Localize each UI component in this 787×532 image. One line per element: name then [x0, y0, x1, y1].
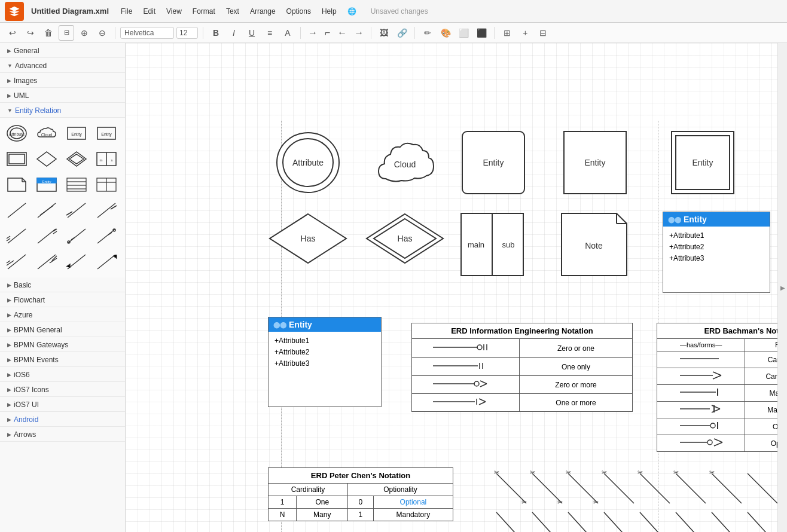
add-button[interactable]: +: [517, 25, 533, 41]
underline-button[interactable]: U: [244, 25, 260, 41]
shape-split-entity[interactable]: m s: [93, 147, 120, 171]
shape-diag-4[interactable]: [93, 224, 120, 248]
note-shape[interactable]: Note: [560, 212, 629, 277]
menu-text[interactable]: Text: [221, 6, 244, 17]
sidebar-item-images[interactable]: Images: [0, 73, 125, 88]
font-size-input[interactable]: [176, 27, 198, 39]
sidebar-item-advanced[interactable]: Advanced: [0, 58, 125, 73]
sidebar-item-ios7-ui[interactable]: iOS7 UI: [0, 397, 125, 412]
arrow-right[interactable]: →: [306, 26, 320, 39]
pen-button[interactable]: ✏: [420, 25, 435, 41]
image-button[interactable]: 🖼: [376, 25, 392, 41]
menu-arrange[interactable]: Arrange: [245, 6, 280, 17]
panel-toggle[interactable]: ⊟: [535, 25, 551, 41]
shape-more-4[interactable]: [93, 250, 120, 274]
sidebar-item-flowchart[interactable]: Flowchart: [0, 292, 125, 307]
shape-entity-plain[interactable]: Entity: [63, 121, 90, 145]
sidebar-item-basic[interactable]: Basic: [0, 277, 125, 292]
svg-line-126: [640, 512, 670, 532]
shadow-button[interactable]: ⬛: [474, 25, 489, 41]
shape-entity-alt[interactable]: Entity: [93, 121, 120, 145]
arrow-right2[interactable]: →: [352, 26, 366, 39]
menu-file[interactable]: File: [116, 6, 137, 17]
separator4: [371, 27, 371, 39]
split-entity[interactable]: main sub: [459, 212, 525, 277]
entity-plain[interactable]: Entity: [562, 130, 628, 195]
italic-button[interactable]: I: [226, 25, 242, 41]
bachman-r5-label: Mandatory, Many: [745, 402, 777, 418]
link-button[interactable]: 🔗: [394, 25, 410, 41]
sidebar-item-android[interactable]: Android: [0, 412, 125, 427]
sidebar-item-bpmn-general[interactable]: BPMN General: [0, 322, 125, 337]
menu-view[interactable]: View: [161, 6, 187, 17]
shape-diamond[interactable]: [33, 147, 60, 171]
bachman-r1-label: Relationship: [745, 339, 777, 351]
menu-options[interactable]: Options: [282, 6, 316, 17]
right-panel-toggle[interactable]: ▶: [777, 43, 787, 532]
rect-outline-button[interactable]: ⬜: [456, 25, 471, 41]
redo-button[interactable]: ↪: [23, 25, 38, 41]
menu-edit[interactable]: Edit: [138, 6, 160, 17]
shape-diag-3[interactable]: [63, 224, 90, 248]
separator2: [203, 27, 203, 39]
shape-lines-3[interactable]: [63, 198, 90, 222]
shape-table-sm[interactable]: [93, 173, 120, 197]
chen-cardinality-header: Cardinality: [269, 484, 348, 496]
shape-more-1[interactable]: [4, 250, 30, 274]
font-name-input[interactable]: [120, 27, 174, 39]
shape-list[interactable]: [63, 173, 90, 197]
shape-lines-1[interactable]: [4, 198, 30, 222]
arrow-corner[interactable]: ⌐: [322, 26, 333, 39]
canvas-area[interactable]: Attribute Cloud Entity: [126, 43, 777, 532]
svg-text:Cloud: Cloud: [41, 133, 52, 137]
sidebar-item-bpmn-events[interactable]: BPMN Events: [0, 352, 125, 367]
bold-button[interactable]: B: [208, 25, 224, 41]
menu-help[interactable]: Help: [317, 6, 341, 17]
svg-text:Entity: Entity: [42, 180, 51, 184]
sidebar-item-general[interactable]: General: [0, 43, 125, 58]
sidebar-item-entity-relation[interactable]: Entity Relation: [0, 103, 125, 118]
fit-button[interactable]: ⊟: [59, 25, 74, 41]
sidebar: General Advanced Images UML Entity Relat…: [0, 43, 126, 532]
zoom-in-button[interactable]: ⊕: [77, 25, 92, 41]
sidebar-item-azure[interactable]: Azure: [0, 307, 125, 322]
entity-double-border[interactable]: Entity: [670, 130, 736, 195]
shape-attribute[interactable]: Attribute: [4, 121, 30, 145]
chen-optionality-header: Optionality: [348, 484, 453, 496]
menu-globe[interactable]: 🌐: [343, 6, 361, 17]
shape-more-3[interactable]: [63, 250, 90, 274]
shape-lines-2[interactable]: [33, 198, 60, 222]
sidebar-item-uml[interactable]: UML: [0, 88, 125, 103]
shape-diamond-double[interactable]: [63, 147, 90, 171]
fill-button[interactable]: 🎨: [438, 25, 453, 41]
entity-rounded[interactable]: Entity: [460, 130, 526, 195]
align-button[interactable]: ≡: [262, 25, 277, 41]
sidebar-item-arrows[interactable]: Arrows: [0, 427, 125, 442]
zoom-out-button[interactable]: ⊖: [94, 25, 110, 41]
sidebar-item-bpmn-gateways[interactable]: BPMN Gateways: [0, 337, 125, 352]
svg-line-39: [38, 229, 56, 243]
cloud-shape[interactable]: Cloud: [374, 134, 437, 191]
delete-button[interactable]: 🗑: [41, 25, 56, 41]
entity-blue-small[interactable]: ⬤⬤ Entity +Attribute1 +Attribute2 +Attri…: [663, 212, 770, 293]
arrow-left[interactable]: ←: [335, 26, 349, 39]
shape-lines-4[interactable]: [93, 198, 120, 222]
shape-more-2[interactable]: [33, 250, 60, 274]
entity-blue-large[interactable]: ⬤⬤ Entity +Attribute1 +Attribute2 +Attri…: [268, 317, 382, 407]
diamond-double[interactable]: Has: [365, 212, 446, 265]
sidebar-item-ios7-icons[interactable]: iOS7 Icons: [0, 382, 125, 397]
grid-button[interactable]: ⊞: [499, 25, 515, 41]
undo-button[interactable]: ↩: [5, 25, 20, 41]
menu-format[interactable]: Format: [188, 6, 220, 17]
shape-cloud[interactable]: Cloud: [33, 121, 60, 145]
attribute-shape[interactable]: Attribute: [275, 130, 341, 195]
shape-entity-double-border[interactable]: [4, 147, 30, 171]
font-color-button[interactable]: A: [280, 25, 295, 41]
shape-diag-2[interactable]: [33, 224, 60, 248]
diamond-single[interactable]: Has: [268, 212, 349, 265]
sidebar-item-ios6[interactable]: iOS6: [0, 367, 125, 382]
entity-blue-small-header: ⬤⬤ Entity: [663, 212, 770, 227]
shape-blue-entity[interactable]: Entity: [33, 173, 60, 197]
shape-note[interactable]: [4, 173, 30, 197]
shape-diag-1[interactable]: [4, 224, 30, 248]
